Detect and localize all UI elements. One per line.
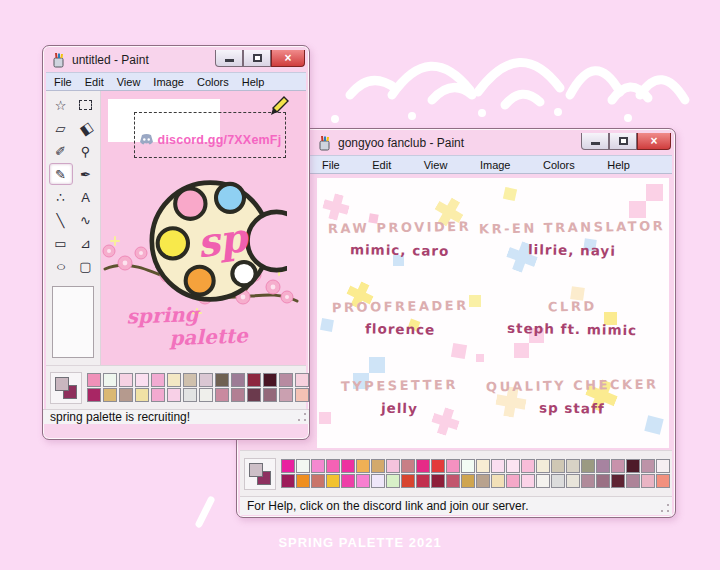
menu-item-help[interactable]: Help	[607, 159, 630, 171]
color-swatch[interactable]	[551, 459, 565, 473]
color-swatch[interactable]	[326, 459, 340, 473]
color-swatch[interactable]	[401, 459, 415, 473]
tool-eraser-icon[interactable]: ▱	[49, 117, 73, 139]
tool-pencil-icon[interactable]: ✎	[49, 163, 73, 185]
selection-box[interactable]: discord.gg/7XXemFj	[134, 112, 286, 158]
color-swatch[interactable]	[431, 459, 445, 473]
color-swatch[interactable]	[416, 474, 430, 488]
color-swatch[interactable]	[371, 474, 385, 488]
color-swatch[interactable]	[135, 373, 149, 387]
color-swatch[interactable]	[461, 474, 475, 488]
color-swatch[interactable]	[151, 388, 165, 402]
tool-free-form-select-icon[interactable]: ☆	[49, 94, 73, 116]
paint-canvas-right[interactable]: RAW PROVIDERmimic, caroKR-EN TRANSLATORl…	[317, 178, 669, 448]
menu-item-colors[interactable]: Colors	[197, 76, 229, 88]
color-swatch[interactable]	[446, 474, 460, 488]
color-swatch[interactable]	[151, 373, 165, 387]
color-swatch[interactable]	[199, 388, 213, 402]
close-button[interactable]: ×	[271, 50, 305, 67]
current-colors-indicator[interactable]	[50, 372, 82, 404]
color-swatch[interactable]	[461, 459, 475, 473]
color-swatch[interactable]	[596, 474, 610, 488]
paint-canvas-left[interactable]: discord.gg/7XXemFj	[101, 91, 306, 365]
color-swatch[interactable]	[656, 459, 670, 473]
color-swatch[interactable]	[476, 474, 490, 488]
color-swatch[interactable]	[295, 373, 309, 387]
tool-rectangle-icon[interactable]: ▭	[49, 232, 73, 254]
paint-window-left[interactable]: untitled - Paint × FileEditViewImageColo…	[42, 45, 310, 440]
color-swatch[interactable]	[215, 373, 229, 387]
color-swatch[interactable]	[446, 459, 460, 473]
color-swatch[interactable]	[281, 459, 295, 473]
tool-polygon-icon[interactable]: ⊿	[74, 232, 98, 254]
color-swatch[interactable]	[641, 459, 655, 473]
color-swatch[interactable]	[183, 388, 197, 402]
color-swatch[interactable]	[135, 388, 149, 402]
menu-item-colors[interactable]: Colors	[543, 159, 575, 171]
color-swatch[interactable]	[521, 459, 535, 473]
color-swatch[interactable]	[281, 474, 295, 488]
menu-item-view[interactable]: View	[117, 76, 141, 88]
color-swatch[interactable]	[506, 474, 520, 488]
tool-airbrush-icon[interactable]: ∴	[49, 186, 73, 208]
color-swatch[interactable]	[119, 373, 133, 387]
color-swatch[interactable]	[386, 459, 400, 473]
color-swatch[interactable]	[295, 388, 309, 402]
color-swatch[interactable]	[536, 459, 550, 473]
color-swatch[interactable]	[87, 373, 101, 387]
menu-item-edit[interactable]: Edit	[372, 159, 391, 171]
menu-item-file[interactable]: File	[54, 76, 72, 88]
color-swatch[interactable]	[386, 474, 400, 488]
menu-item-view[interactable]: View	[424, 159, 448, 171]
menu-item-file[interactable]: File	[322, 159, 340, 171]
color-swatch[interactable]	[87, 388, 101, 402]
color-swatch[interactable]	[431, 474, 445, 488]
color-swatch[interactable]	[581, 459, 595, 473]
tool-select-icon[interactable]	[74, 94, 98, 116]
color-swatch[interactable]	[231, 373, 245, 387]
color-swatch[interactable]	[247, 373, 261, 387]
menu-item-help[interactable]: Help	[242, 76, 265, 88]
color-swatch[interactable]	[551, 474, 565, 488]
color-swatch[interactable]	[656, 474, 670, 488]
color-swatch[interactable]	[296, 459, 310, 473]
color-swatch[interactable]	[611, 459, 625, 473]
color-swatch[interactable]	[199, 373, 213, 387]
color-swatch[interactable]	[103, 373, 117, 387]
color-swatch[interactable]	[341, 459, 355, 473]
maximize-button[interactable]	[609, 133, 637, 150]
tool-color-picker-icon[interactable]: ✐	[49, 140, 73, 162]
maximize-button[interactable]	[243, 50, 271, 67]
color-swatch[interactable]	[596, 459, 610, 473]
resize-grip[interactable]	[297, 412, 307, 422]
color-swatch[interactable]	[167, 388, 181, 402]
color-swatch[interactable]	[626, 459, 640, 473]
tool-brush-icon[interactable]: ✒	[74, 163, 98, 185]
minimize-button[interactable]	[581, 133, 609, 150]
tool-options-box[interactable]	[52, 286, 94, 358]
menu-item-edit[interactable]: Edit	[85, 76, 104, 88]
color-swatch[interactable]	[356, 474, 370, 488]
color-swatch[interactable]	[521, 474, 535, 488]
color-swatch[interactable]	[581, 474, 595, 488]
color-swatch[interactable]	[371, 459, 385, 473]
tool-curve-icon[interactable]: ∿	[74, 209, 98, 231]
color-swatch[interactable]	[311, 459, 325, 473]
color-swatch[interactable]	[491, 459, 505, 473]
tool-text-icon[interactable]: A	[74, 186, 98, 208]
color-swatch[interactable]	[566, 474, 580, 488]
menu-item-image[interactable]: Image	[153, 76, 184, 88]
minimize-button[interactable]	[215, 50, 243, 67]
color-swatch[interactable]	[356, 459, 370, 473]
color-swatch[interactable]	[263, 373, 277, 387]
titlebar-left[interactable]: untitled - Paint ×	[43, 46, 309, 72]
color-swatch[interactable]	[215, 388, 229, 402]
resize-grip[interactable]	[660, 503, 670, 513]
color-swatch[interactable]	[416, 459, 430, 473]
color-swatch[interactable]	[263, 388, 277, 402]
color-swatch[interactable]	[279, 373, 293, 387]
color-swatch[interactable]	[641, 474, 655, 488]
color-swatch[interactable]	[231, 388, 245, 402]
menu-item-image[interactable]: Image	[480, 159, 511, 171]
color-swatch[interactable]	[311, 474, 325, 488]
